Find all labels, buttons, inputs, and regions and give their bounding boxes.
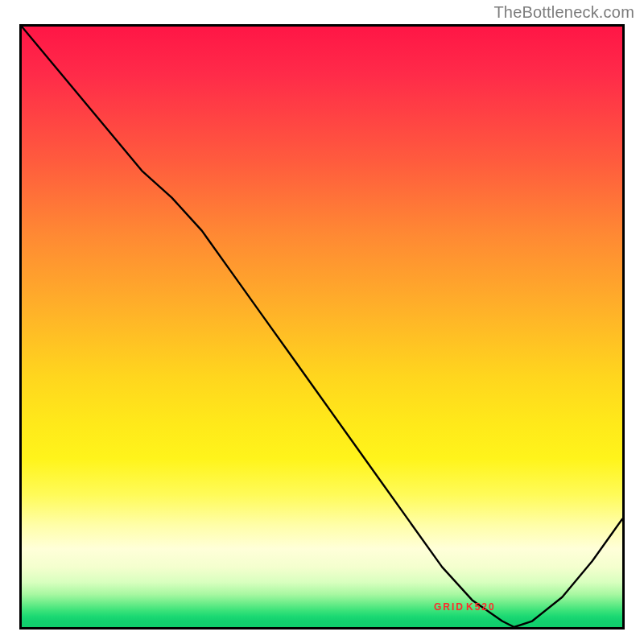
chart-plot-area: GRID K520 <box>19 24 625 630</box>
series-label-char: R <box>443 602 450 612</box>
series-label-char: 2 <box>481 602 487 612</box>
series-label-char: 0 <box>489 602 494 612</box>
attribution-text: TheBottleneck.com <box>493 3 634 22</box>
bottleneck-curve <box>22 27 622 627</box>
series-label-char: D <box>456 602 463 612</box>
series-label-char: I <box>452 602 454 612</box>
series-label-char: 5 <box>475 602 481 612</box>
series-label: GRID K520 <box>434 602 494 612</box>
series-label-char: K <box>466 602 473 612</box>
series-label-char: G <box>434 602 441 612</box>
